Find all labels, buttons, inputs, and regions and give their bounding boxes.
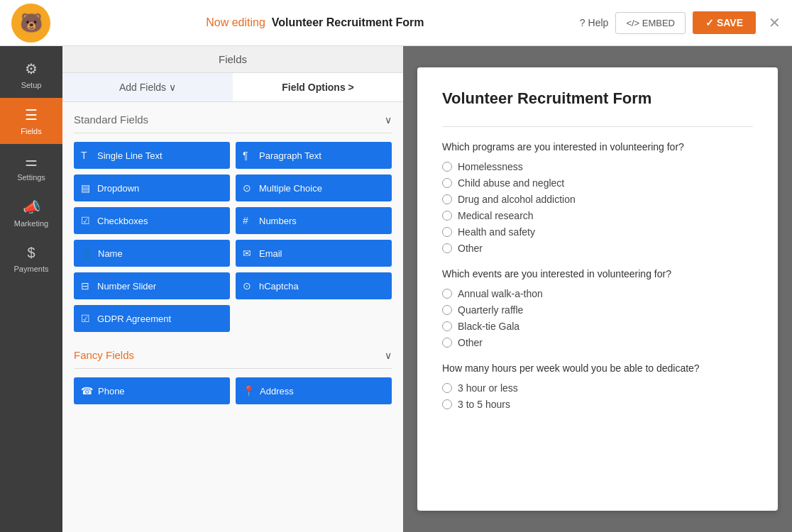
phone-icon: ☎ <box>81 385 93 397</box>
list-item: 3 hour or less <box>442 382 753 394</box>
settings-icon: ⚌ <box>25 153 38 170</box>
btn-phone[interactable]: ☎ Phone <box>74 377 230 404</box>
phone-label: Phone <box>98 386 125 397</box>
list-item: Other <box>442 243 753 254</box>
gdpr-label: GDPR Agreement <box>97 314 171 324</box>
radio-circle <box>442 338 452 348</box>
number-slider-label: Number Slider <box>97 281 156 292</box>
dropdown-icon: ▤ <box>81 182 92 194</box>
btn-name[interactable]: 👤 Name <box>74 240 230 267</box>
standard-fields-chevron: ∨ <box>385 114 392 126</box>
gdpr-icon: ☑ <box>81 313 92 324</box>
btn-hcaptcha[interactable]: ⊙ hCaptcha <box>236 272 392 299</box>
standard-fields-header: Standard Fields ∨ <box>74 102 392 133</box>
question-1-options: Homelessness Child abuse and neglect Dru… <box>442 161 753 254</box>
radio-circle <box>442 321 452 331</box>
help-icon: ? <box>580 17 585 28</box>
fields-panel-header: Fields <box>62 46 403 73</box>
list-item: Quarterly raffle <box>442 304 753 316</box>
btn-email[interactable]: ✉ Email <box>236 240 392 267</box>
radio-circle <box>442 289 452 299</box>
btn-dropdown[interactable]: ▤ Dropdown <box>74 174 230 201</box>
name-label: Name <box>98 248 123 259</box>
help-button[interactable]: ? Help <box>580 17 609 28</box>
standard-fields-grid: T Single Line Text ¶ Paragraph Text ▤ Dr… <box>74 142 392 332</box>
sidebar-label-payments: Payments <box>14 265 49 273</box>
paragraph-text-label: Paragraph Text <box>259 150 321 161</box>
question-1: Which programs are you interested in vol… <box>442 141 753 153</box>
fancy-fields-chevron: ∨ <box>385 350 392 361</box>
now-editing-label: Now editing <box>206 16 265 28</box>
multiple-choice-label: Multiple Choice <box>259 183 322 194</box>
sidebar-item-settings[interactable]: ⚌ Settings <box>0 144 62 190</box>
fields-panel: Fields Add Fields ∨ Field Options > Stan… <box>62 46 403 532</box>
payments-icon: $ <box>27 245 35 261</box>
btn-multiple-choice[interactable]: ⊙ Multiple Choice <box>236 174 392 201</box>
fancy-fields-grid: ☎ Phone 📍 Address <box>74 377 392 404</box>
embed-label: </> EMBED <box>626 18 675 28</box>
btn-single-line-text[interactable]: T Single Line Text <box>74 142 230 169</box>
radio-circle <box>442 211 452 221</box>
fields-icon: ☰ <box>25 106 38 123</box>
logo: 🐻 <box>11 4 50 43</box>
email-icon: ✉ <box>243 248 254 259</box>
header: 🐻 Now editing Volunteer Recruitment Form… <box>0 0 792 46</box>
fancy-divider <box>74 368 392 369</box>
list-item: Child abuse and neglect <box>442 177 753 189</box>
numbers-label: Numbers <box>259 216 297 226</box>
sidebar-item-marketing[interactable]: 📣 Marketing <box>0 190 62 236</box>
number-slider-icon: ⊟ <box>81 280 92 292</box>
close-icon: ✕ <box>769 15 781 31</box>
name-icon: 👤 <box>81 248 93 259</box>
save-button[interactable]: ✓ SAVE <box>693 11 756 34</box>
fields-scroll: Standard Fields ∨ T Single Line Text ¶ P… <box>62 102 403 532</box>
list-item: Other <box>442 337 753 348</box>
question-2-options: Annual walk-a-thon Quarterly raffle Blac… <box>442 288 753 348</box>
sidebar: ⚙ Setup ☰ Fields ⚌ Settings 📣 Marketing … <box>0 46 62 532</box>
radio-circle <box>442 162 452 172</box>
sidebar-item-fields[interactable]: ☰ Fields <box>0 98 62 144</box>
question-3: How many hours per week would you be abl… <box>442 362 753 374</box>
hcaptcha-icon: ⊙ <box>243 280 254 292</box>
tab-add-fields[interactable]: Add Fields ∨ <box>62 73 233 101</box>
tab-add-fields-label: Add Fields ∨ <box>119 82 176 93</box>
fancy-fields-label: Fancy Fields <box>74 349 134 361</box>
close-button[interactable]: ✕ <box>769 14 781 31</box>
list-item: 3 to 5 hours <box>442 399 753 410</box>
question-3-options: 3 hour or less 3 to 5 hours <box>442 382 753 410</box>
dropdown-label: Dropdown <box>97 183 139 194</box>
btn-numbers[interactable]: # Numbers <box>236 207 392 234</box>
address-label: Address <box>260 386 294 397</box>
btn-number-slider[interactable]: ⊟ Number Slider <box>74 272 230 299</box>
checkboxes-label: Checkboxes <box>97 216 148 226</box>
sidebar-item-setup[interactable]: ⚙ Setup <box>0 52 62 98</box>
form-preview: Volunteer Recruitment Form Which program… <box>403 46 792 532</box>
logo-emoji: 🐻 <box>20 12 43 34</box>
list-item: Medical research <box>442 210 753 221</box>
header-actions: ? Help </> EMBED ✓ SAVE ✕ <box>580 11 781 34</box>
form-title: Volunteer Recruitment Form <box>442 89 753 109</box>
radio-circle <box>442 178 452 188</box>
list-item: Black-tie Gala <box>442 321 753 332</box>
btn-address[interactable]: 📍 Address <box>236 377 392 404</box>
paragraph-text-icon: ¶ <box>243 150 254 161</box>
sidebar-item-payments[interactable]: $ Payments <box>0 236 62 282</box>
radio-circle <box>442 227 452 237</box>
numbers-icon: # <box>243 215 254 226</box>
btn-paragraph-text[interactable]: ¶ Paragraph Text <box>236 142 392 169</box>
single-line-text-icon: T <box>81 150 92 161</box>
radio-circle <box>442 383 452 393</box>
btn-checkboxes[interactable]: ☑ Checkboxes <box>74 207 230 234</box>
tab-field-options[interactable]: Field Options > <box>233 73 403 101</box>
sidebar-label-setup: Setup <box>21 81 42 89</box>
email-label: Email <box>259 248 282 259</box>
tab-field-options-label: Field Options > <box>282 82 354 93</box>
list-item: Health and safety <box>442 226 753 238</box>
setup-icon: ⚙ <box>25 60 38 77</box>
btn-gdpr-agreement[interactable]: ☑ GDPR Agreement <box>74 305 230 332</box>
embed-button[interactable]: </> EMBED <box>615 12 686 34</box>
single-line-text-label: Single Line Text <box>97 150 163 161</box>
marketing-icon: 📣 <box>23 199 40 216</box>
save-label: ✓ SAVE <box>705 17 743 28</box>
radio-circle <box>442 194 452 204</box>
